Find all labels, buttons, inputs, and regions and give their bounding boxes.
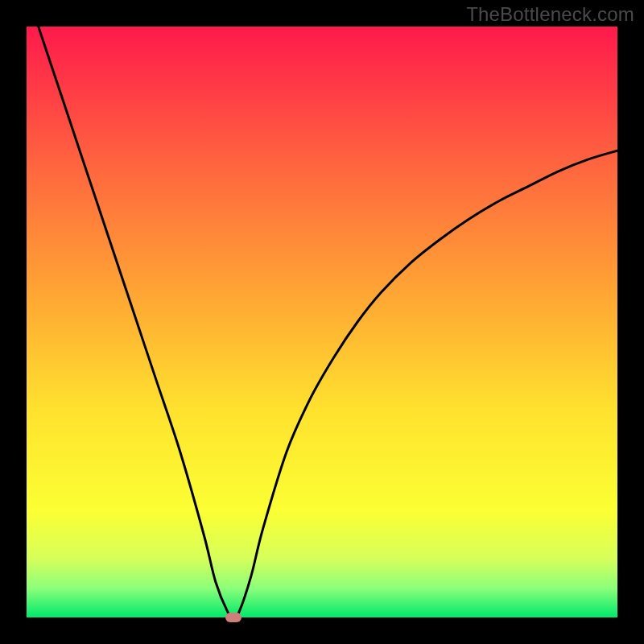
curve-path (39, 27, 617, 617)
chart-frame: TheBottleneck.com (0, 0, 644, 644)
watermark-text: TheBottleneck.com (466, 3, 634, 26)
bottleneck-curve (27, 27, 617, 617)
optimum-marker (225, 613, 242, 622)
